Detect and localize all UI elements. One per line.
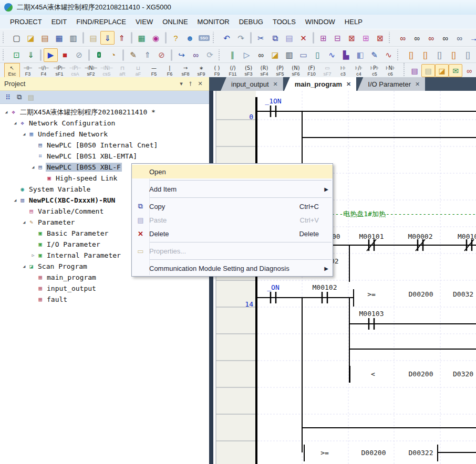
fkey-sf4-reset[interactable]: (R)sF4 bbox=[256, 63, 272, 78]
context-menu-item-delete[interactable]: ✕ Delete Delete bbox=[132, 227, 333, 240]
clock-icon[interactable]: ◔ bbox=[106, 48, 120, 62]
support-icon[interactable]: ☻ bbox=[183, 31, 197, 45]
menu-view[interactable]: VIEW bbox=[131, 16, 158, 28]
fkey-f4-closed-contact[interactable]: ⊣/⊢F4 bbox=[36, 63, 51, 78]
tree-fault[interactable]: ▦ fault bbox=[0, 294, 209, 305]
edit-mode-icon[interactable]: ✎ bbox=[126, 48, 140, 62]
screen-icon[interactable]: ▭ bbox=[296, 48, 311, 62]
cancel-write-icon[interactable]: ⊘ bbox=[154, 48, 169, 62]
context-menu-item-properties[interactable]: ▭ Properties... bbox=[132, 244, 333, 258]
read-plc-icon[interactable]: ⇑ bbox=[115, 31, 129, 45]
pause-icon[interactable]: ∥ bbox=[225, 48, 240, 62]
run-icon[interactable]: ▶ bbox=[44, 48, 58, 62]
fkey-sf5[interactable]: (P)sF5 bbox=[272, 63, 288, 78]
copy-icon[interactable]: ⧉ bbox=[268, 31, 282, 45]
tree-expander-icon[interactable]: ◢ bbox=[12, 121, 18, 125]
tree-expander-icon[interactable]: ◢ bbox=[30, 165, 36, 170]
module-icon[interactable]: ▥ bbox=[282, 48, 296, 62]
fkey-f11[interactable]: (/)F11 bbox=[225, 63, 241, 78]
fkey-f9-coil[interactable]: ( )F9 bbox=[209, 63, 225, 78]
goto-icon[interactable]: → bbox=[467, 31, 476, 45]
find-next-icon[interactable]: ∞ bbox=[452, 31, 467, 45]
import-icon[interactable]: ▤ bbox=[38, 31, 52, 45]
menu-edit[interactable]: EDIT bbox=[47, 16, 72, 28]
print-icon[interactable]: ▥ bbox=[66, 31, 80, 45]
open-icon[interactable]: ◪ bbox=[24, 31, 38, 45]
tab-close-icon[interactable]: ✕ bbox=[346, 81, 351, 88]
menu-tools[interactable]: TOOLS bbox=[268, 16, 301, 28]
import-io-icon[interactable]: ↪ bbox=[174, 48, 189, 62]
fkey-ar[interactable]: ⊓aR bbox=[115, 63, 130, 78]
fkey-f5-hline[interactable]: —F5 bbox=[146, 63, 162, 78]
fkey-c4[interactable]: ⊦/⊦c4 bbox=[351, 63, 367, 78]
message-icon[interactable]: ✉ bbox=[449, 64, 462, 77]
open-folder-icon[interactable]: ◪ bbox=[268, 48, 282, 62]
fkey-esc[interactable]: ↖Esc bbox=[4, 63, 20, 78]
panel-dropdown-icon[interactable]: ▾ bbox=[177, 80, 186, 87]
menu-help[interactable]: HELP bbox=[340, 16, 367, 28]
push-cell-icon[interactable]: ⊟ bbox=[330, 31, 345, 45]
context-menu-item-open[interactable]: Open bbox=[132, 165, 333, 178]
device-monitor-icon[interactable]: ▯ bbox=[311, 48, 325, 62]
tree-expander-icon[interactable]: ◢ bbox=[21, 132, 27, 136]
tree-undefined-network[interactable]: ◢ ▦ Undefined Network bbox=[0, 129, 209, 140]
system-monitor-icon[interactable]: ∿ bbox=[381, 48, 396, 62]
disconnect-icon[interactable]: ⊘ bbox=[72, 48, 86, 62]
properties-disabled-icon[interactable]: ▤ bbox=[25, 92, 37, 102]
tab-close-icon[interactable]: ✕ bbox=[415, 81, 420, 88]
resume-icon[interactable]: ▷ bbox=[240, 48, 254, 62]
fkey-f3-contact[interactable]: ⊣⊢F3 bbox=[20, 63, 36, 78]
fkey-sf3-set[interactable]: (S)sF3 bbox=[241, 63, 256, 78]
tree-expander-icon[interactable]: ◢ bbox=[21, 220, 27, 225]
tab-close-icon[interactable]: ✕ bbox=[273, 81, 278, 88]
replace-device-icon[interactable]: ∞ bbox=[424, 31, 438, 45]
find-device-icon[interactable]: ∞ bbox=[396, 31, 410, 45]
fkey-sf1[interactable]: ⊣P⊢sF1 bbox=[51, 63, 67, 78]
undo-icon[interactable]: ↶ bbox=[220, 31, 234, 45]
write-plc-icon[interactable]: ⇓ bbox=[100, 31, 115, 45]
info-icon[interactable]: i bbox=[92, 48, 106, 62]
tree-newplc-b0s0[interactable]: ▤ NewPLC [B0S0 Internal Cnet] bbox=[0, 140, 209, 151]
help-icon[interactable]: ? bbox=[169, 31, 183, 45]
replace-icon[interactable]: ∞ bbox=[438, 31, 452, 45]
fkey-sf6[interactable]: (N)sF6 bbox=[288, 63, 304, 78]
network-find-icon[interactable]: ∞ bbox=[189, 48, 203, 62]
save-icon[interactable]: ▦ bbox=[52, 31, 66, 45]
sso-icon[interactable]: SSO bbox=[197, 31, 211, 45]
tree-input-output[interactable]: ▦ input_output bbox=[0, 283, 209, 294]
download-icon[interactable]: ⇓ bbox=[24, 48, 38, 62]
insert-cell-icon[interactable]: ⊞ bbox=[316, 31, 330, 45]
ladder-view-icon[interactable]: ▤ bbox=[408, 64, 421, 77]
menu-monitor[interactable]: MONITOR bbox=[193, 16, 234, 28]
fkey-sf7-block[interactable]: ▭sF7 bbox=[319, 63, 335, 78]
menu-debug[interactable]: DEBUG bbox=[234, 16, 268, 28]
tab-io-parameter[interactable]: I/O Parameter ✕ bbox=[357, 77, 425, 91]
tree-expander-icon[interactable]: ◢ bbox=[12, 198, 18, 203]
tree-expander-icon[interactable]: ◢ bbox=[21, 264, 27, 269]
delete-cell-icon[interactable]: ⊠ bbox=[345, 31, 359, 45]
fkey-css[interactable]: ⊣N⊢csS bbox=[99, 63, 115, 78]
step-over-icon[interactable]: [] bbox=[432, 48, 447, 62]
bar-chart-icon[interactable]: ▙ bbox=[339, 48, 353, 62]
upload-icon[interactable]: ⇑ bbox=[140, 48, 154, 62]
fkey-sf9[interactable]: ∗sF9 bbox=[193, 63, 209, 78]
memory-monitor-icon[interactable]: ▦ bbox=[134, 31, 149, 45]
menu-project[interactable]: PROJECT bbox=[5, 16, 47, 28]
panel-close-icon[interactable]: ✕ bbox=[195, 80, 205, 87]
new-icon[interactable]: ▢ bbox=[9, 31, 24, 45]
trend-icon[interactable]: ∿ bbox=[325, 48, 339, 62]
tree-newplc-b0s1[interactable]: ⌗ NewPLC [B0S1 XBL-EMTA] bbox=[0, 151, 209, 162]
monitor-glasses-icon[interactable]: ∞ bbox=[462, 64, 476, 77]
tab-input-output[interactable]: input_output ✕ bbox=[221, 77, 283, 91]
tree-expander-icon[interactable]: ◢ bbox=[3, 110, 9, 114]
program-edit-icon[interactable]: ◪ bbox=[435, 64, 449, 77]
fkey-c3[interactable]: ⊦⊦c3 bbox=[335, 63, 351, 78]
run-to-cursor-icon[interactable]: [] bbox=[461, 48, 475, 62]
tree-view-icon[interactable]: ⠿ bbox=[2, 92, 14, 102]
panel-pin-icon[interactable]: ⊸ bbox=[186, 80, 195, 87]
ladder-editor[interactable]: 0 14 _1ON _ON M00102 M00103 00 02 M00101… bbox=[209, 91, 476, 464]
context-menu-item-comm-module[interactable]: Communication Module Setting and Diagnos… bbox=[132, 261, 333, 275]
step-in-icon[interactable]: [] bbox=[404, 48, 418, 62]
change-plc-icon[interactable]: ◉ bbox=[149, 31, 163, 45]
fkey-af[interactable]: ⊔aF bbox=[130, 63, 146, 78]
